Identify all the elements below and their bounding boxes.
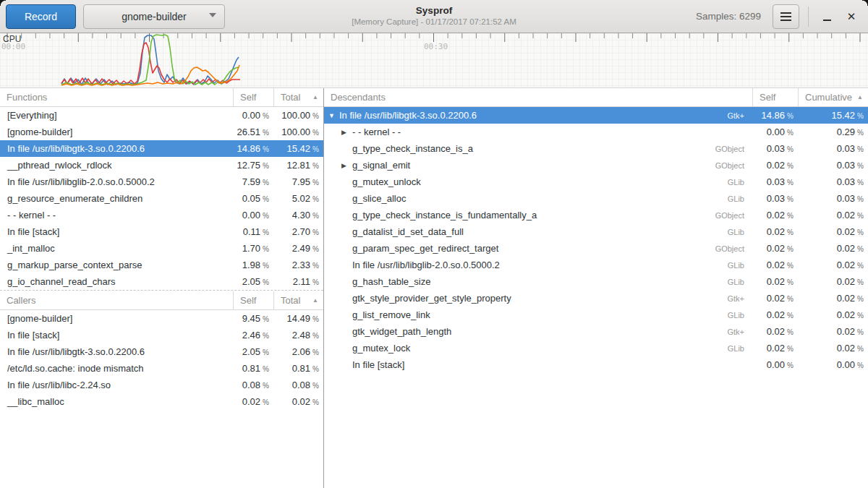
self-column-header[interactable]: Self — [752, 88, 798, 106]
expander-open-icon[interactable]: ▼ — [328, 112, 339, 119]
function-name: gtk_widget_path_length — [352, 326, 451, 337]
tree-row[interactable]: In file /usr/lib/libglib-2.0.so.0.5000.2… — [324, 257, 868, 273]
descendant-name-cell: g_slice_allocGLib — [324, 193, 752, 204]
library-tag: Gtk+ — [727, 328, 752, 336]
close-button[interactable]: ✕ — [839, 4, 864, 29]
table-row[interactable]: __libc_malloc0.02%0.02% — [0, 393, 323, 410]
sort-ascending-icon: ▲ — [857, 94, 863, 100]
tree-row[interactable]: gtk_widget_path_lengthGtk+0.02%0.02% — [324, 323, 868, 340]
function-name: In file /usr/lib/libglib-2.0.so.0.5000.2 — [0, 176, 233, 187]
percent-value: 0.02% — [798, 260, 868, 270]
tree-row[interactable]: g_mutex_lockGLib0.02%0.02% — [324, 340, 868, 356]
percent-value: 2.48% — [273, 330, 323, 341]
self-column-header[interactable]: Self — [233, 88, 273, 106]
tree-row[interactable]: ▼In file /usr/lib/libgtk-3.so.0.2200.6Gt… — [324, 107, 868, 124]
table-row[interactable]: In file [stack]2.46%2.48% — [0, 327, 323, 343]
function-name: In file [stack] — [0, 226, 233, 237]
percent-value: 0.02% — [798, 276, 868, 287]
percent-value: 1.70% — [233, 243, 273, 254]
percent-value: 14.49% — [273, 313, 323, 324]
table-row[interactable]: g_resource_enumerate_children0.05%5.02% — [0, 190, 323, 207]
table-row[interactable]: [gnome-builder]9.45%14.49% — [0, 310, 323, 327]
table-row[interactable]: g_io_channel_read_chars2.05%2.11% — [0, 273, 323, 290]
percent-value: 0.02% — [798, 226, 868, 237]
table-row[interactable]: g_markup_parse_context_parse1.98%2.33% — [0, 257, 323, 273]
percent-value: 2.46% — [233, 330, 273, 341]
tree-row[interactable]: g_list_remove_linkGLib0.02%0.02% — [324, 307, 868, 323]
functions-column-header[interactable]: Functions — [0, 88, 233, 106]
functions-table-body: [Everything]0.00%100.00%[gnome-builder]2… — [0, 107, 323, 290]
target-select-value: gnome-builder — [122, 11, 187, 22]
expander-closed-icon[interactable]: ▶ — [341, 162, 352, 169]
tree-row[interactable]: g_mutex_unlockGLib0.03%0.03% — [324, 174, 868, 190]
table-row[interactable]: In file /usr/lib/libgtk-3.so.0.2200.614.… — [0, 140, 323, 157]
tree-row[interactable]: g_type_check_instance_is_fundamentally_a… — [324, 207, 868, 223]
percent-value: 0.02% — [752, 160, 798, 171]
hamburger-icon — [780, 16, 791, 17]
library-tag: GLib — [728, 278, 752, 286]
window-corner — [862, 0, 868, 6]
descendants-panel: Descendants Self Cumulative ▲ ▼In file /… — [324, 88, 868, 488]
table-row[interactable]: [gnome-builder]26.51%100.00% — [0, 124, 323, 140]
self-column-header[interactable]: Self — [233, 291, 273, 309]
function-name: [gnome-builder] — [0, 127, 233, 137]
function-name: __libc_malloc — [0, 396, 233, 407]
descendants-column-header[interactable]: Descendants — [324, 88, 752, 106]
percent-value: 9.45% — [233, 313, 273, 324]
total-column-header[interactable]: Total ▲ — [273, 88, 323, 106]
percent-value: 15.42% — [273, 143, 323, 154]
percent-value: 15.42% — [798, 110, 868, 121]
table-row[interactable]: - - kernel - -0.00%4.30% — [0, 207, 323, 223]
table-row[interactable]: In file [stack]0.11%2.70% — [0, 223, 323, 240]
table-row[interactable]: /etc/ld.so.cache: inode mismatch0.81%0.8… — [0, 360, 323, 377]
tree-row[interactable]: g_datalist_id_set_data_fullGLib0.02%0.02… — [324, 223, 868, 240]
percent-value: 1.98% — [233, 260, 273, 270]
table-row[interactable]: In file /usr/lib/libc-2.24.so0.08%0.08% — [0, 377, 323, 393]
tree-row[interactable]: ▶g_signal_emitGObject0.02%0.03% — [324, 157, 868, 174]
descendant-name-cell: gtk_style_provider_get_style_propertyGtk… — [324, 293, 752, 304]
percent-value: 0.81% — [233, 363, 273, 374]
table-row[interactable]: __pthread_rwlock_rdlock12.75%12.81% — [0, 157, 323, 174]
percent-value: 0.08% — [273, 380, 323, 390]
function-name: _int_malloc — [0, 243, 233, 254]
tree-row[interactable]: g_param_spec_get_redirect_targetGObject0… — [324, 240, 868, 257]
percent-value: 0.03% — [752, 143, 798, 154]
percent-value: 0.00% — [752, 359, 798, 370]
window-corner — [0, 0, 6, 6]
expander-closed-icon[interactable]: ▶ — [341, 129, 352, 136]
tree-row[interactable]: g_type_check_instance_is_aGObject0.03%0.… — [324, 140, 868, 157]
percent-value: 0.02% — [798, 293, 868, 304]
minimize-button[interactable] — [814, 4, 839, 29]
tree-row[interactable]: In file [stack]0.00%0.00% — [324, 356, 868, 373]
menu-button[interactable] — [773, 4, 799, 29]
function-name: In file /usr/lib/libgtk-3.so.0.2200.6 — [339, 110, 477, 121]
percent-value: 0.02% — [798, 343, 868, 354]
tree-row[interactable]: g_hash_table_sizeGLib0.02%0.02% — [324, 273, 868, 290]
time-tick-label: 00:30 — [424, 42, 448, 51]
function-name: In file [stack] — [0, 330, 233, 341]
table-row[interactable]: [Everything]0.00%100.00% — [0, 107, 323, 124]
total-column-header[interactable]: Total ▲ — [273, 291, 323, 309]
function-name: g_signal_emit — [352, 160, 410, 171]
callers-column-header[interactable]: Callers — [0, 291, 233, 309]
percent-value: 100.00% — [273, 127, 323, 137]
cumulative-column-header[interactable]: Cumulative ▲ — [798, 88, 868, 106]
record-button[interactable]: Record — [6, 4, 76, 29]
percent-value: 0.03% — [752, 193, 798, 204]
cpu-graph[interactable]: CPU 00:0000:30 — [0, 33, 868, 88]
percent-value: 0.05% — [233, 193, 273, 204]
tree-row[interactable]: gtk_style_provider_get_style_propertyGtk… — [324, 290, 868, 307]
function-name: [gnome-builder] — [0, 313, 233, 324]
descendant-name-cell: gtk_widget_path_lengthGtk+ — [324, 326, 752, 337]
function-name: g_mutex_unlock — [352, 176, 421, 187]
target-select[interactable]: gnome-builder — [83, 4, 225, 29]
function-name: In file [stack] — [352, 359, 404, 370]
table-row[interactable]: In file /usr/lib/libglib-2.0.so.0.5000.2… — [0, 174, 323, 190]
percent-value: 0.02% — [752, 260, 798, 270]
function-name: g_param_spec_get_redirect_target — [352, 243, 498, 254]
table-row[interactable]: In file /usr/lib/libgtk-3.so.0.2200.62.0… — [0, 343, 323, 360]
descendant-name-cell: ▼In file /usr/lib/libgtk-3.so.0.2200.6Gt… — [324, 110, 752, 121]
tree-row[interactable]: ▶- - kernel - -0.00%0.29% — [324, 124, 868, 140]
tree-row[interactable]: g_slice_allocGLib0.03%0.03% — [324, 190, 868, 207]
table-row[interactable]: _int_malloc1.70%2.49% — [0, 240, 323, 257]
